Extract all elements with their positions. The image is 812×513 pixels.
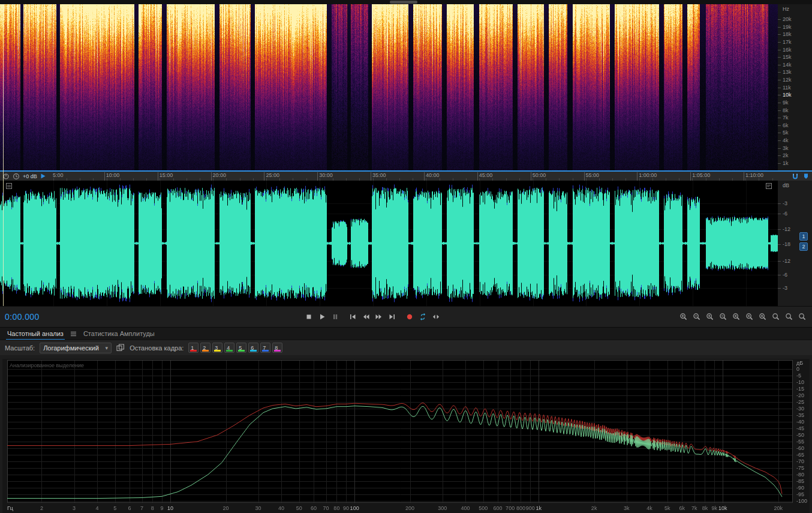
ruler-hud: +0 dB (0, 172, 52, 181)
magnifier-icon (679, 313, 688, 321)
skip-end-icon (388, 313, 396, 321)
time-tick: 50:00 (533, 172, 546, 178)
skip-selection-button[interactable] (429, 311, 442, 323)
skip-to-start-button[interactable] (346, 311, 359, 323)
hz-unit-label: Hz (783, 6, 789, 12)
frequency-tick: 6k (783, 122, 803, 129)
panel-menu-icon[interactable] (70, 331, 77, 337)
skip-to-end-button[interactable] (386, 311, 398, 323)
timeline-zoom-scrollbar[interactable] (0, 0, 812, 4)
scale-select[interactable]: Логарифмический ▾ (40, 343, 112, 353)
zoom-out-amplitude-button[interactable] (717, 311, 729, 322)
frequency-tick: 1k (783, 160, 803, 167)
timeline-ruler[interactable]: 5:0010:0015:0020:0025:0030:0035:0040:004… (0, 170, 812, 181)
frequency-chart[interactable] (2, 359, 810, 513)
pan-scroll-button[interactable] (796, 311, 808, 322)
frequency-tick: 3k (783, 145, 803, 152)
frequency-tick: 13k (783, 69, 803, 76)
frequency-tick: 14k (783, 62, 803, 68)
rewind-button[interactable] (359, 311, 372, 323)
frame-hold-7-button[interactable]: 7 (260, 343, 270, 353)
zoom-buttons (678, 311, 808, 322)
amplitude-tick: -12 (783, 258, 790, 264)
frequency-tick: 19k (783, 24, 803, 31)
channel-1-button[interactable]: 1 (799, 232, 808, 241)
frame-hold-6-button[interactable]: 6 (248, 343, 258, 353)
frequency-tick: 10k (783, 92, 803, 98)
tab-amplitude-statistics[interactable]: Статистика Амплитуды (82, 328, 156, 340)
waveform-display[interactable] (0, 181, 778, 306)
time-tick: 55:00 (586, 172, 600, 178)
frequency-tick: 11k (783, 85, 803, 91)
copy-graph-icon[interactable] (116, 344, 125, 352)
fast-forward-button[interactable] (372, 311, 385, 323)
time-tick: 15:00 (160, 172, 173, 178)
time-tick: 1:00:00 (639, 172, 657, 178)
frame-hold-buttons: 12345678 (188, 343, 282, 353)
time-display[interactable]: 0:00.000 (5, 312, 40, 322)
frequency-tick: 17k (783, 39, 803, 46)
magnifier-icon (785, 313, 793, 321)
pause-button[interactable] (329, 311, 341, 323)
time-tick: 30:00 (319, 172, 333, 178)
time-selection-icon[interactable] (40, 173, 47, 179)
waveform-canvas[interactable] (0, 181, 778, 306)
amplitude-tick: -18 (783, 241, 790, 247)
restore-zoom-button[interactable] (770, 311, 782, 322)
zoom-to-selection-button[interactable] (757, 311, 769, 322)
panel-options-icon[interactable] (766, 183, 772, 189)
time-tick: 45:00 (479, 172, 493, 178)
channel-2-button[interactable]: 2 (799, 242, 808, 251)
magnifier-icon (759, 313, 767, 321)
magnifier-icon (732, 313, 741, 321)
zoom-to-in-point-button[interactable] (730, 311, 742, 322)
snapping-icon[interactable] (792, 173, 799, 180)
tab-frequency-analysis[interactable]: Частотный анализ (6, 328, 65, 340)
transport-buttons (302, 311, 442, 323)
skip-sel-icon (432, 313, 440, 321)
zoom-in-time-button[interactable] (678, 311, 690, 322)
record-button[interactable] (403, 311, 416, 323)
loop-icon (419, 313, 427, 321)
time-tick: 40:00 (426, 172, 440, 178)
amplitude-tick: -3 (783, 200, 787, 206)
record-icon (405, 313, 414, 321)
time-ticks[interactable]: 5:0010:0015:0020:0025:0030:0035:0040:004… (0, 172, 777, 181)
playhead[interactable] (3, 4, 4, 306)
scrollbar-handle[interactable] (390, 1, 417, 4)
zoom-to-out-point-button[interactable] (744, 311, 756, 322)
amplitude-tick: -3 (783, 285, 787, 291)
frame-hold-8-button[interactable]: 8 (272, 343, 282, 353)
frequency-tick: 5k (783, 130, 803, 136)
gain-hud-value[interactable]: +0 dB (23, 173, 37, 179)
frame-hold-5-button[interactable]: 5 (236, 343, 246, 353)
spectrogram-display[interactable] (0, 4, 778, 170)
frequency-tick: 12k (783, 77, 803, 83)
analyzed-selection-label: Анализированное выделение (10, 362, 84, 368)
markers-icon[interactable] (802, 173, 810, 180)
play-button[interactable] (315, 311, 328, 323)
magnifier-icon (693, 313, 701, 321)
channel-options-icon[interactable] (6, 183, 12, 189)
frame-hold-4-button[interactable]: 4 (224, 343, 234, 353)
frequency-tick: 20k (783, 16, 803, 23)
stop-button[interactable] (302, 311, 315, 323)
ffwd-icon (375, 313, 383, 321)
panel-tabbar: Частотный анализ Статистика Амплитуды (0, 327, 812, 340)
frame-hold-1-button[interactable]: 1 (188, 343, 199, 353)
stop-icon (305, 313, 313, 321)
loop-playback-button[interactable] (416, 311, 429, 323)
frequency-tick: 18k (783, 31, 803, 38)
magnifier-icon (745, 313, 754, 321)
reset-zoom-button[interactable] (783, 311, 795, 322)
tab-label: Частотный анализ (7, 330, 64, 337)
zoom-in-amplitude-button[interactable] (704, 311, 716, 322)
frame-hold-2-button[interactable]: 2 (200, 343, 210, 353)
frame-hold-3-button[interactable]: 3 (212, 343, 222, 353)
amplitude-tick: -6 (783, 211, 787, 217)
clock-icon[interactable] (13, 173, 20, 180)
zoom-out-time-button[interactable] (691, 311, 703, 322)
hold-label: Остановка кадра: (130, 344, 184, 352)
chevron-down-icon: ▾ (106, 345, 109, 351)
frequency-tick: 15k (783, 54, 803, 61)
